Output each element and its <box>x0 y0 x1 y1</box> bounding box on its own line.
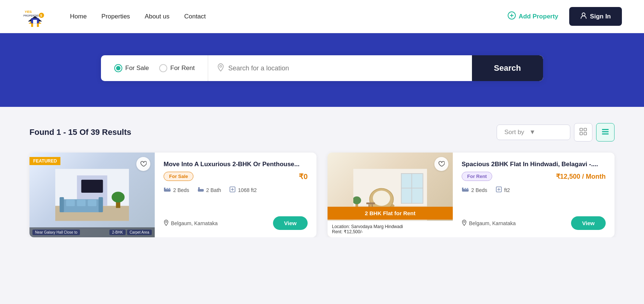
sort-dropdown[interactable]: Sort by ▼ <box>497 125 570 140</box>
nav-links: Home Properties About us Contact <box>70 13 508 20</box>
location-text-2: Belgaum, Karnataka <box>469 220 516 226</box>
card-footer-2: Belgaum, Karnataka View <box>462 216 606 230</box>
grid-view-button[interactable] <box>574 123 592 141</box>
beds-feature-2: 2 Beds <box>462 186 487 194</box>
card-bhk-badge-1: 2-BHK <box>109 230 125 235</box>
svg-rect-61 <box>462 188 463 191</box>
card-label-1: Near Galaxy Hall Close to <box>32 230 80 235</box>
card-image-1: FEATURED Near Galaxy Hall Close to 2-BHK… <box>29 153 155 237</box>
user-icon <box>580 12 587 21</box>
svg-rect-37 <box>169 188 170 190</box>
chevron-down-icon: ▼ <box>529 129 536 136</box>
search-button[interactable]: Search <box>472 55 543 81</box>
location-pin-icon-2 <box>462 220 467 227</box>
results-controls: Sort by ▼ <box>497 123 615 141</box>
rent-detail-2: Location: Sarvodaya Marg Hindwadi Rent: … <box>328 221 453 237</box>
price-1: ₹0 <box>299 172 308 181</box>
svg-rect-16 <box>580 132 582 135</box>
logo-icon: YES PROPERTIES $ <box>22 4 48 29</box>
property-card-2: 2 BHK Flat for Rent Location: Sarvodaya … <box>328 153 615 237</box>
area-icon-1 <box>229 186 236 194</box>
list-view-button[interactable] <box>596 123 615 141</box>
location-text-1: Belgaum, Karnataka <box>171 220 218 226</box>
card-body-2: Spacious 2BHK Flat In Hindwadi, Belagavi… <box>453 153 615 237</box>
beds-feature-1: 2 Beds <box>164 186 189 194</box>
bath-icon-1 <box>197 186 204 194</box>
svg-rect-31 <box>88 200 97 206</box>
property-type-group: For Sale For Rent <box>101 55 208 81</box>
results-header: Found 1 - 15 Of 39 Results Sort by ▼ <box>29 123 615 141</box>
svg-text:$: $ <box>40 13 42 17</box>
bed-icon-1 <box>164 186 171 194</box>
navbar: YES PROPERTIES $ Home Properties About u… <box>0 0 644 33</box>
sign-in-label: Sign In <box>590 13 611 20</box>
svg-rect-28 <box>99 197 103 212</box>
svg-rect-50 <box>412 173 412 203</box>
property-card: FEATURED Near Galaxy Hall Close to 2-BHK… <box>29 153 316 237</box>
hero-section: For Sale For Rent Search <box>0 33 644 107</box>
card-footer-1: Belgaum, Karnataka View <box>164 216 308 230</box>
card-location-1: Belgaum, Karnataka <box>164 220 218 227</box>
nav-about[interactable]: About us <box>145 13 169 20</box>
svg-point-13 <box>220 65 222 67</box>
svg-rect-29 <box>66 200 75 206</box>
search-input-wrap <box>208 63 472 73</box>
bath-feature-1: 2 Bath <box>197 186 221 194</box>
nav-home[interactable]: Home <box>70 13 87 20</box>
svg-point-33 <box>112 192 125 202</box>
sort-label: Sort by <box>504 129 524 136</box>
card-title-2: Spacious 2BHK Flat In Hindwadi, Belagavi… <box>462 161 606 168</box>
view-button-1[interactable]: View <box>273 216 308 230</box>
svg-rect-27 <box>60 197 64 212</box>
svg-rect-49 <box>401 203 423 204</box>
for-sale-label: For Sale <box>125 64 149 72</box>
nav-right: Add Property Sign In <box>508 7 622 26</box>
logo[interactable]: YES PROPERTIES $ <box>22 4 48 29</box>
svg-rect-25 <box>81 180 103 193</box>
svg-rect-35 <box>164 188 165 191</box>
results-summary: Found 1 - 15 Of 39 Results <box>29 127 131 137</box>
for-sale-radio-indicator <box>114 64 122 72</box>
nav-properties[interactable]: Properties <box>101 13 130 20</box>
rent-overlay-2: 2 BHK Flat for Rent <box>328 207 453 220</box>
favorite-button-2[interactable] <box>434 157 448 171</box>
svg-text:PROPERTIES: PROPERTIES <box>24 14 40 17</box>
bath-value-1: 2 Bath <box>206 187 221 193</box>
location-icon <box>217 63 224 73</box>
svg-rect-62 <box>465 188 466 190</box>
svg-rect-19 <box>602 131 609 132</box>
card-location-2: Belgaum, Karnataka <box>462 220 516 227</box>
add-property-label: Add Property <box>519 13 559 20</box>
results-section: Found 1 - 15 Of 39 Results Sort by ▼ <box>0 107 644 237</box>
location-pin-icon-1 <box>164 220 169 227</box>
svg-rect-8 <box>33 20 37 23</box>
card-status-row-2: For Rent ₹12,500 / Month <box>462 172 606 181</box>
property-grid: FEATURED Near Galaxy Hall Close to 2-BHK… <box>29 153 615 237</box>
card-title-1: Move Into A Luxurious 2-BHK Or Penthouse… <box>164 161 308 168</box>
svg-rect-17 <box>584 132 587 135</box>
svg-rect-14 <box>580 128 582 131</box>
search-input[interactable] <box>228 64 463 72</box>
list-icon <box>602 128 609 137</box>
svg-rect-15 <box>584 128 587 131</box>
favorite-button-1[interactable] <box>136 157 150 171</box>
card-carpet-badge-1: Carpet Area <box>127 230 152 235</box>
beds-value-2: 2 Beds <box>471 187 487 193</box>
svg-rect-47 <box>401 173 402 203</box>
bed-icon-2 <box>462 186 469 194</box>
beds-value-1: 2 Beds <box>173 187 189 193</box>
svg-point-54 <box>373 191 390 206</box>
nav-contact[interactable]: Contact <box>184 13 206 20</box>
view-button-2[interactable]: View <box>571 216 606 230</box>
grid-icon <box>580 128 587 137</box>
search-bar: For Sale For Rent Search <box>101 55 543 81</box>
svg-rect-48 <box>423 173 423 203</box>
for-rent-radio[interactable]: For Rent <box>159 64 195 72</box>
sign-in-button[interactable]: Sign In <box>569 7 622 26</box>
card-image-2: 2 BHK Flat for Rent Location: Sarvodaya … <box>328 153 453 237</box>
svg-rect-63 <box>467 188 468 190</box>
add-property-button[interactable]: Add Property <box>508 11 559 21</box>
for-sale-radio[interactable]: For Sale <box>114 64 149 72</box>
card-tag-1: FEATURED <box>29 157 60 165</box>
card-status-row-1: For Sale ₹0 <box>164 172 308 181</box>
